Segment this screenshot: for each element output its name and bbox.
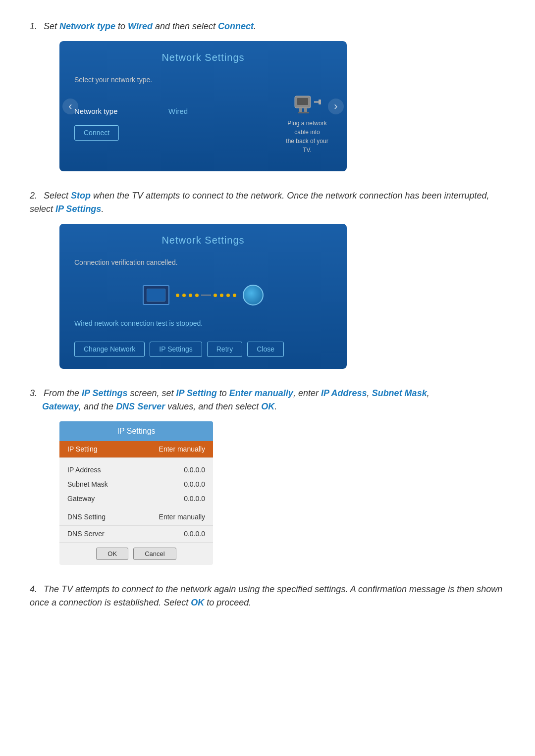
dots-line [174, 294, 238, 297]
connection-animation [74, 275, 332, 310]
step-1-highlight3: Connect [218, 21, 254, 31]
ip-settings-btn[interactable]: IP Settings [150, 342, 202, 357]
step-3-m1: screen, set [127, 388, 176, 398]
step-4: 4. The TV attempts to connect to the net… [30, 583, 505, 609]
subnet-label: Subnet Mask [67, 479, 108, 490]
step-2-text: 2. Select Stop when the TV attempts to c… [30, 189, 505, 216]
step-3-m4: , [367, 388, 372, 398]
tv-screen [147, 289, 165, 302]
step-3-h3: Enter manually [229, 388, 293, 398]
step-3: 3. From the IP Settings screen, set IP S… [30, 387, 505, 565]
panel1-type-row: Network type Wired [74, 106, 263, 117]
dot-8 [233, 294, 236, 297]
step-3-m5: , [427, 388, 429, 398]
step-2: 2. Select Stop when the TV attempts to c… [30, 189, 505, 369]
dns-server-value: 0.0.0.0 [184, 529, 205, 539]
step-3-end: . [274, 402, 277, 411]
step-1-number: 1. [30, 21, 37, 31]
step-3-m3: , enter [293, 388, 321, 398]
ip-cancel-btn[interactable]: Cancel [133, 548, 176, 560]
panel1-network-value: Wired [168, 106, 188, 117]
panel1-body: Select your network type. Network type W… [59, 70, 347, 171]
ip-ok-btn[interactable]: OK [96, 548, 128, 560]
svg-rect-3 [304, 108, 307, 112]
step-3-number: 3. [30, 388, 37, 398]
cable-icon [292, 92, 322, 117]
dot-2 [182, 294, 186, 297]
ip-setting-row: IP Setting Enter manually [59, 441, 213, 458]
ip-panel-footer: OK Cancel [59, 543, 213, 565]
dot-3 [189, 294, 192, 297]
panel1-icon-area: Plug a network cable into the back of yo… [282, 92, 332, 154]
ip-address-value: 0.0.0.0 [184, 465, 205, 475]
step-3-m7: values, and then select [165, 402, 261, 411]
step-4-highlight1: OK [191, 598, 204, 607]
gateway-label: Gateway [67, 494, 95, 504]
svg-rect-4 [298, 112, 309, 113]
step-1-text: 1. Set Network type to Wired and then se… [30, 20, 505, 33]
step-4-number: 4. [30, 584, 37, 594]
step-1-highlight1: Network type [59, 21, 115, 31]
step-3-text: 3. From the IP Settings screen, set IP S… [30, 387, 505, 413]
step-3-h4: IP Address [321, 388, 367, 398]
line-seg-1 [201, 295, 211, 296]
nav-arrow-left-1[interactable]: ‹ [62, 99, 78, 114]
panel1-cable-text: Plug a network cable into the back of yo… [282, 119, 332, 154]
svg-rect-6 [319, 100, 321, 104]
ip-panel: IP Settings IP Setting Enter manually IP… [59, 421, 213, 565]
panel2-status: Wired network connection test is stopped… [74, 318, 332, 329]
dns-server-row: DNS Server 0.0.0.0 [59, 526, 213, 543]
ip-address-row: IP Address 0.0.0.0 [59, 462, 213, 476]
step-1-end: . [254, 21, 256, 31]
globe-icon [243, 285, 264, 305]
gateway-row: Gateway 0.0.0.0 [59, 491, 213, 505]
dot-5 [214, 294, 217, 297]
step-1-highlight2: Wired [128, 21, 153, 31]
step-1-text-before: Set [44, 21, 59, 31]
panel2-body: Connection verification cancelled. [59, 252, 347, 369]
dot-4 [195, 294, 199, 297]
tv-panel-2: Network Settings Connection verification… [59, 224, 347, 369]
dns-setting-label: DNS Setting [67, 512, 106, 522]
svg-rect-1 [297, 98, 308, 105]
change-network-btn[interactable]: Change Network [74, 342, 145, 357]
step-3-m2: to [217, 388, 229, 398]
dot-7 [226, 294, 230, 297]
step-2-before: Select [44, 191, 71, 201]
ip-panel-title: IP Settings [59, 421, 213, 441]
step-2-highlight1: Stop [71, 191, 91, 201]
step-3-m6: , and the [79, 402, 116, 411]
tv-panel-1: Network Settings Select your network typ… [59, 41, 347, 171]
dns-setting-row: DNS Setting Enter manually [59, 509, 213, 526]
step-4-before: The TV attempts to connect to the networ… [30, 584, 502, 607]
step-3-h8: OK [261, 402, 274, 411]
step-3-h6: Gateway [42, 402, 79, 411]
retry-btn[interactable]: Retry [207, 342, 242, 357]
step-2-end: . [101, 204, 104, 214]
subnet-row: Subnet Mask 0.0.0.0 [59, 476, 213, 491]
step-1: 1. Set Network type to Wired and then se… [30, 20, 505, 171]
panel1-network-row: Network type Wired Connect [74, 92, 332, 154]
gateway-value: 0.0.0.0 [184, 494, 205, 504]
panel1-connect-btn[interactable]: Connect [74, 122, 263, 141]
dot-1 [176, 294, 179, 297]
ip-setting-label: IP Setting [67, 444, 97, 454]
step-3-h7: DNS Server [116, 402, 165, 411]
step-2-highlight2: IP Settings [55, 204, 101, 214]
dot-6 [220, 294, 223, 297]
subnet-value: 0.0.0.0 [184, 479, 205, 490]
step-4-text: 4. The TV attempts to connect to the net… [30, 583, 505, 609]
close-btn[interactable]: Close [247, 342, 284, 357]
step-3-h2: IP Setting [176, 388, 216, 398]
step-4-end: to proceed. [204, 598, 251, 607]
step-2-number: 2. [30, 191, 37, 201]
svg-rect-2 [299, 108, 302, 112]
ip-address-label: IP Address [67, 465, 101, 475]
nav-arrow-right-1[interactable]: › [328, 99, 344, 114]
dns-setting-value: Enter manually [159, 512, 205, 522]
panel1-subtitle: Select your network type. [74, 75, 332, 85]
ip-setting-value: Enter manually [159, 444, 205, 454]
tv-icon [143, 285, 169, 305]
step-1-mid1: to [115, 21, 128, 31]
panel1-title: Network Settings [59, 41, 347, 70]
